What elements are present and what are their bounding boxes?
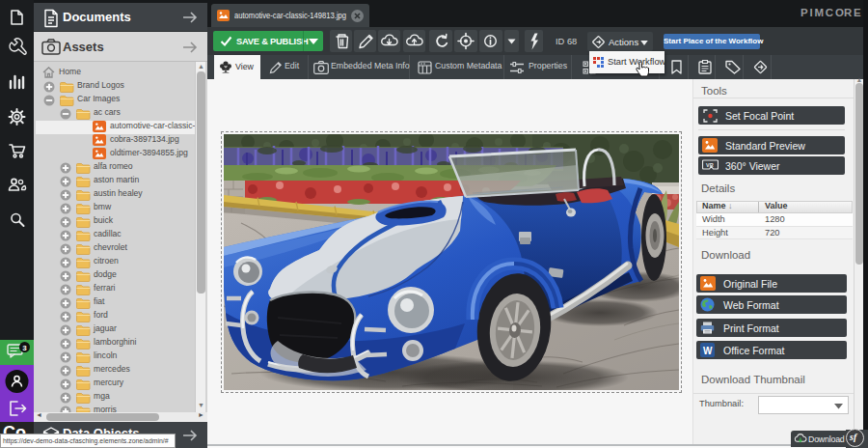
svg-text:3: 3 bbox=[22, 344, 27, 352]
svg-text:VR: VR bbox=[706, 162, 714, 168]
svg-text:W: W bbox=[703, 346, 713, 356]
